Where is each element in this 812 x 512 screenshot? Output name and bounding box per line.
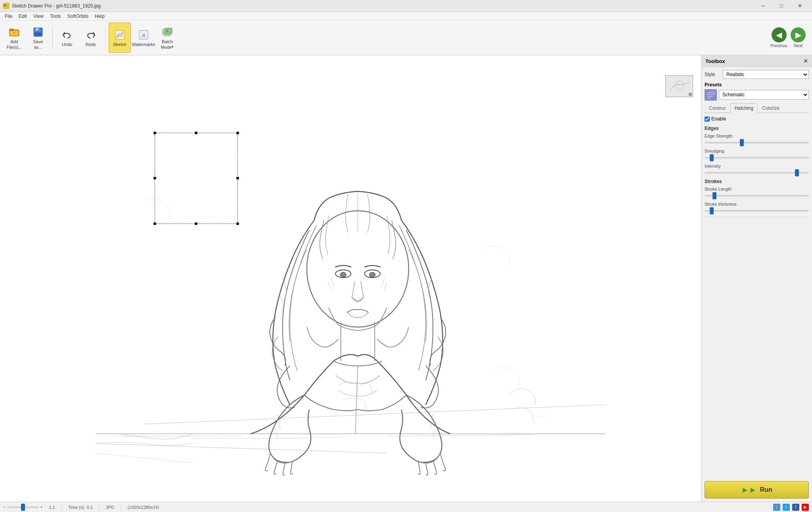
smudging-slider[interactable] [705, 157, 809, 159]
zoom-min-icon: − [3, 505, 6, 509]
menu-view[interactable]: View [30, 13, 47, 20]
mini-preview-toggle[interactable] [689, 93, 692, 96]
prev-next-group: ◀ Previous ▶ Next [770, 27, 809, 48]
toolbox-close-button[interactable]: ✕ [803, 58, 808, 64]
redo-button[interactable]: Redo [80, 23, 102, 53]
batch-mode-button[interactable]: Batch Mode ▾ [156, 23, 178, 53]
titlebar-controls: ─ □ ✕ [754, 0, 809, 12]
status-sep-2 [99, 504, 100, 510]
titlebar-left: ✏ Sketch Drawer Pro - girl-511883_1920.j… [3, 3, 101, 9]
zoom-level-display: 1:1 [49, 505, 55, 510]
svg-text:+: + [13, 31, 15, 35]
toolbox-tabs: Contour Hatching Colorize [705, 103, 809, 113]
add-files-label: Add [10, 39, 18, 44]
presets-section: Presets Schematic Default [705, 82, 809, 100]
presets-row: Schematic Default Soft [705, 89, 809, 100]
edges-section: Edges Edge Strength Smudging Intensity [705, 126, 809, 175]
previous-button[interactable]: ◀ [772, 27, 787, 42]
status-sep-3 [121, 504, 121, 510]
add-files-button[interactable]: + Add File(s)... [3, 23, 25, 53]
tb-divider [705, 217, 809, 217]
save-label: Save [33, 39, 43, 44]
redo-label: Redo [86, 42, 96, 47]
save-label2: as... [34, 45, 42, 50]
stroke-thickness-group: Stroke thickness [705, 202, 809, 213]
next-label: Next [794, 43, 803, 48]
watermarks-label: Watermarks [132, 42, 155, 47]
next-btn-wrap: ▶ Next [791, 27, 806, 48]
toolbar-sep-1 [52, 26, 53, 50]
facebook-icon[interactable]: f [792, 504, 799, 511]
svg-point-24 [340, 272, 346, 277]
youtube-icon[interactable]: ▶ [802, 504, 809, 511]
intensity-slider[interactable] [705, 172, 809, 174]
smudging-label: Smudging [705, 149, 809, 153]
format-value: JPG [106, 505, 114, 510]
redo-icon [84, 29, 97, 41]
canvas-area[interactable] [0, 55, 701, 502]
tab-contour[interactable]: Contour [705, 103, 730, 113]
menu-file[interactable]: File [2, 13, 15, 20]
status-sep-1 [61, 504, 62, 510]
presets-select[interactable]: Schematic Default Soft [719, 90, 809, 99]
batch-mode-label: Batch [162, 39, 173, 44]
smudging-group: Smudging [705, 149, 809, 160]
run-label: Run [760, 486, 772, 493]
svg-rect-1 [10, 29, 13, 31]
edge-strength-group: Edge Strength [705, 134, 809, 145]
menu-tools[interactable]: Tools [47, 13, 64, 20]
style-select[interactable]: Realistic Cartoon Painting [723, 70, 809, 79]
style-row: Style Realistic Cartoon Painting [705, 70, 809, 79]
status-right-icons: i t f ▶ [773, 504, 809, 511]
dimensions-value: (1920x1280x24) [128, 505, 159, 510]
edge-strength-slider[interactable] [705, 142, 809, 143]
watermarks-button[interactable]: A Watermarks [132, 23, 155, 53]
style-label: Style [705, 72, 720, 77]
svg-text:A: A [141, 32, 145, 38]
minimize-button[interactable]: ─ [754, 0, 772, 12]
edge-strength-label: Edge Strength [705, 134, 809, 138]
toolbox-panel: Toolbox ✕ Style Realistic Cartoon Painti… [701, 55, 812, 502]
menu-softorbits[interactable]: SoftOrbits [64, 13, 92, 20]
stroke-length-label: Stroke Length [705, 187, 809, 191]
sketch-label: Sketch [113, 42, 126, 47]
time-display: Time (s): 0.1 [68, 505, 93, 510]
menu-help[interactable]: Help [92, 13, 108, 20]
menu-edit[interactable]: Edit [15, 13, 30, 20]
stroke-thickness-slider[interactable] [705, 210, 809, 212]
presets-label: Presets [705, 82, 809, 88]
save-as-button[interactable]: Save as... [27, 23, 49, 53]
sketch-svg [0, 55, 701, 502]
app-icon: ✏ [3, 3, 10, 9]
zoom-ratio-label: 1:1 [49, 505, 55, 510]
zoom-max-icon: + [40, 505, 43, 509]
toolbox-header: Toolbox ✕ [701, 55, 812, 67]
run-button[interactable]: ►► Run [705, 481, 809, 499]
menubar: File Edit View Tools SoftOrbits Help [0, 12, 812, 21]
sketch-button[interactable]: Sketch [109, 23, 131, 53]
info-icon[interactable]: i [773, 504, 780, 511]
undo-button[interactable]: Undo [56, 23, 78, 53]
toolbox-content: Style Realistic Cartoon Painting Presets [701, 67, 812, 224]
statusbar: − + 1:1 Time (s): 0.1 JPG (1920x1280x24)… [0, 502, 812, 512]
twitter-icon[interactable]: t [783, 504, 790, 511]
titlebar: ✏ Sketch Drawer Pro - girl-511883_1920.j… [0, 0, 812, 12]
batch-icon [161, 26, 174, 38]
edges-title: Edges [705, 126, 809, 131]
format-display: JPG [106, 505, 114, 510]
watermarks-icon: A [137, 29, 150, 41]
close-button[interactable]: ✕ [791, 0, 809, 12]
zoom-slider[interactable] [7, 506, 39, 508]
tab-hatching[interactable]: Hatching [730, 103, 758, 113]
toolbar: + Add File(s)... Save as... Undo [0, 21, 812, 55]
strokes-title: Strokes [705, 179, 809, 184]
next-button[interactable]: ▶ [791, 27, 806, 42]
intensity-label: Intensity [705, 164, 809, 168]
tab-colorize[interactable]: Colorize [758, 103, 784, 113]
prev-btn-wrap: ◀ Previous [770, 27, 787, 48]
enable-checkbox[interactable] [705, 117, 710, 122]
svg-rect-7 [36, 28, 38, 30]
stroke-length-slider[interactable] [705, 195, 809, 197]
stroke-thickness-label: Stroke thickness [705, 202, 809, 206]
maximize-button[interactable]: □ [772, 0, 791, 12]
